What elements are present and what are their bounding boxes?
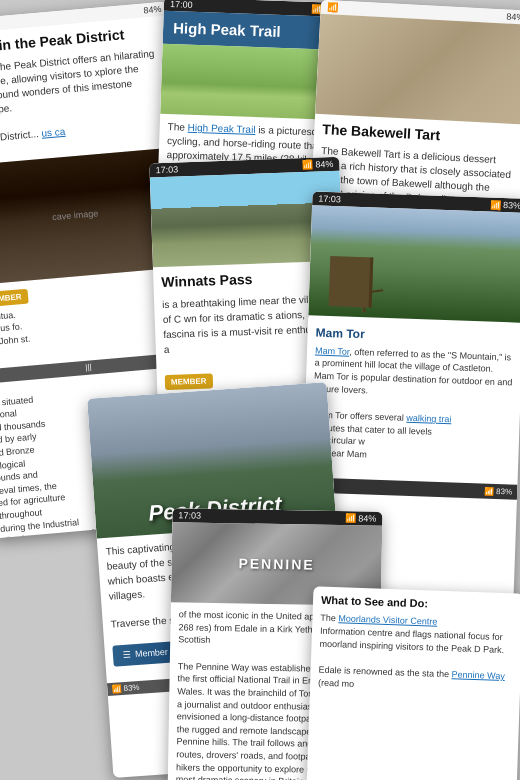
mt-time: 17:03 bbox=[318, 194, 341, 205]
bakewell-image bbox=[315, 14, 520, 125]
mamtor-trails-link[interactable]: walking trai bbox=[406, 413, 451, 425]
mamtor-content: Mam Tor Mam Tor, often referred to as th… bbox=[302, 315, 520, 509]
caving-link[interactable]: us ca bbox=[41, 125, 66, 138]
menu-icon: ☰ bbox=[123, 648, 132, 661]
whattosee-edale: Edale is renowned as the sta the Pennine… bbox=[318, 664, 513, 696]
nav-icon[interactable]: ||| bbox=[85, 361, 92, 373]
mamtor-image bbox=[308, 205, 520, 322]
member-badge: MEMBER bbox=[0, 288, 28, 307]
pennine-way-link[interactable]: Pennine Way bbox=[451, 669, 505, 681]
caving-body2: e Peak District... us ca bbox=[0, 115, 170, 147]
bw-battery: 84% bbox=[506, 12, 520, 23]
cave-img-label: cave image bbox=[52, 208, 99, 225]
whattosee-body2: Information centre and flags national fo… bbox=[319, 625, 514, 657]
mt-battery: 📶 83% bbox=[490, 200, 520, 211]
hp-time: 17:00 bbox=[170, 0, 193, 10]
pw-time: 17:03 bbox=[178, 510, 201, 520]
whattosee-body4: (read mo bbox=[318, 677, 354, 688]
wn-battery: 📶 84% bbox=[302, 159, 334, 170]
screen-whattosee: What to See and Do: The Moorlands Visito… bbox=[307, 586, 520, 780]
highpeak-link[interactable]: High Peak Trail bbox=[188, 122, 256, 135]
pennine-stone-label: PENNINE bbox=[238, 555, 315, 572]
caving-body: aving in the Peak District offers an hil… bbox=[0, 46, 168, 120]
status-battery: 84% bbox=[143, 4, 162, 16]
ov-bat2: 📶 83% bbox=[484, 485, 513, 497]
pw-battery: 📶 84% bbox=[345, 513, 377, 524]
winnats-member: MEMBER bbox=[165, 373, 213, 390]
wn-time: 17:03 bbox=[155, 164, 178, 175]
mamtor-intro: Mam Tor, often referred to as the "S Mou… bbox=[313, 344, 514, 401]
whattosee-content: What to See and Do: The Moorlands Visito… bbox=[310, 586, 520, 702]
whattosee-title: What to See and Do: bbox=[321, 593, 515, 615]
mamtor-link-name[interactable]: Mam Tor bbox=[315, 345, 350, 356]
pd-battery: 📶 83% bbox=[111, 681, 140, 694]
bw-signal: 📶 bbox=[326, 2, 338, 13]
